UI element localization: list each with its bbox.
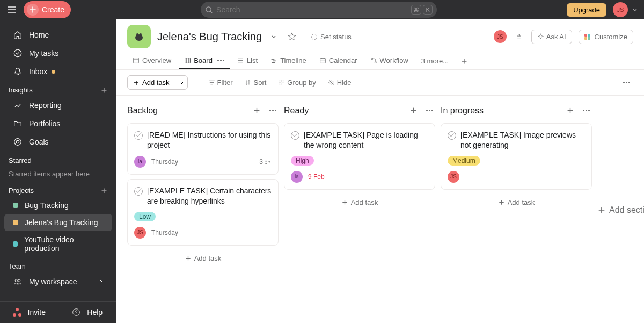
hide-button[interactable]: Hide: [325, 76, 355, 89]
filter-button[interactable]: Filter: [205, 76, 236, 89]
plus-icon: [27, 4, 39, 16]
column-more[interactable]: [581, 107, 592, 113]
search-input[interactable]: ⌘K: [201, 2, 437, 18]
bell-icon: [13, 67, 23, 76]
star-button[interactable]: [286, 30, 298, 43]
chevron-down-icon[interactable]: [632, 7, 638, 12]
add-task-inline[interactable]: Add task: [127, 250, 279, 267]
project-color-dot: [13, 220, 18, 225]
starred-empty: Starred items appear here: [0, 167, 116, 181]
tab-menu-icon[interactable]: [217, 60, 224, 61]
project-item[interactable]: YouTube video production: [4, 231, 112, 257]
nav-home[interactable]: Home: [4, 26, 112, 44]
task-title: [READ ME] Instructions for using this pr…: [147, 130, 272, 150]
upgrade-button[interactable]: Upgrade: [567, 3, 606, 17]
nav-goals[interactable]: Goals: [4, 133, 112, 151]
tab-workflow[interactable]: Workflow: [365, 53, 414, 69]
customize-button[interactable]: Customize: [579, 30, 633, 44]
priority-pill: Medium: [448, 156, 480, 166]
add-task-dropdown[interactable]: [175, 75, 188, 90]
assignee-avatar[interactable]: la: [134, 156, 146, 168]
assignee-avatar[interactable]: la: [291, 171, 303, 183]
tab-calendar[interactable]: Calendar: [314, 53, 363, 69]
help-button[interactable]: Help: [58, 302, 117, 323]
complete-checkbox[interactable]: [448, 131, 456, 140]
member-avatar[interactable]: JS: [494, 30, 507, 43]
project-item[interactable]: Jelena's Bug Tracking: [4, 214, 112, 231]
tab-list[interactable]: List: [232, 53, 263, 69]
tab-overview[interactable]: Overview: [127, 53, 177, 69]
task-card[interactable]: [EXAMPLE TASK] Image previews not genera…: [441, 123, 592, 190]
complete-checkbox[interactable]: [291, 131, 299, 140]
project-dropdown[interactable]: [268, 31, 279, 42]
project-item[interactable]: Bug Tracking: [4, 197, 112, 214]
column-add[interactable]: [564, 104, 576, 117]
nav-portfolios[interactable]: Portfolios: [4, 114, 112, 133]
column-more[interactable]: [267, 107, 279, 113]
tab-timeline[interactable]: Timeline: [265, 53, 312, 69]
assignee-avatar[interactable]: JS: [448, 171, 459, 183]
sort-button[interactable]: Sort: [241, 76, 269, 89]
plus-icon[interactable]: [100, 87, 108, 94]
column-add[interactable]: [407, 104, 420, 117]
ask-ai-button[interactable]: Ask AI: [531, 30, 572, 44]
invite-button[interactable]: Invite: [0, 302, 58, 323]
task-title: [EXAMPLE TASK] Certain characters are br…: [147, 186, 272, 206]
add-task-split-button[interactable]: Add task: [127, 75, 188, 90]
create-label: Create: [42, 5, 64, 14]
project-label: Bug Tracking: [25, 201, 69, 210]
plus-icon[interactable]: [100, 187, 108, 195]
task-card[interactable]: [EXAMPLE TASK] Page is loading the wrong…: [284, 123, 435, 190]
search-field[interactable]: [216, 5, 408, 14]
team-workspace[interactable]: My workspace: [4, 272, 112, 291]
project-color-dot: [13, 241, 18, 247]
task-card[interactable]: [EXAMPLE TASK] Certain characters are br…: [127, 179, 279, 246]
menu-icon[interactable]: [6, 4, 17, 15]
svg-point-1: [14, 49, 21, 57]
add-task-inline[interactable]: Add task: [284, 194, 435, 211]
chevron-right-icon: [98, 279, 104, 284]
add-section[interactable]: Add section: [597, 104, 644, 314]
assignee-avatar[interactable]: JS: [134, 227, 146, 239]
team-header[interactable]: Team: [0, 257, 116, 272]
group-button[interactable]: Group by: [275, 76, 319, 89]
check-circle-icon: [13, 48, 23, 58]
toolbar-more[interactable]: [620, 80, 633, 85]
privacy-icon[interactable]: [513, 31, 525, 42]
column-more[interactable]: [424, 107, 435, 113]
nav-label: My tasks: [29, 49, 58, 58]
complete-checkbox[interactable]: [134, 187, 143, 196]
folder-icon: [13, 119, 23, 128]
svg-rect-11: [134, 58, 139, 63]
tab-board[interactable]: Board: [179, 53, 230, 69]
column-title[interactable]: Ready: [284, 106, 403, 116]
svg-rect-20: [282, 80, 284, 82]
svg-rect-10: [517, 36, 521, 39]
nav-inbox[interactable]: Inbox: [4, 62, 112, 81]
task-date: Thursday: [151, 229, 178, 236]
column-add[interactable]: [251, 104, 263, 117]
tabs-more[interactable]: 3 more...: [416, 53, 454, 69]
set-status[interactable]: Set status: [311, 33, 352, 41]
user-avatar[interactable]: JS: [613, 2, 628, 17]
add-task-inline[interactable]: Add task: [441, 194, 592, 211]
home-icon: [13, 30, 23, 40]
nav-reporting[interactable]: Reporting: [4, 96, 112, 114]
nav-mytasks[interactable]: My tasks: [4, 44, 112, 62]
project-icon[interactable]: [127, 25, 151, 48]
chart-icon: [13, 101, 23, 110]
add-tab[interactable]: [456, 55, 472, 67]
project-label: YouTube video production: [24, 235, 104, 253]
priority-pill: Low: [134, 212, 156, 221]
projects-header[interactable]: Projects: [0, 181, 116, 197]
task-card[interactable]: [READ ME] Instructions for using this pr…: [127, 123, 279, 175]
column-title[interactable]: Backlog: [127, 106, 246, 116]
svg-point-2: [14, 139, 21, 146]
column-title[interactable]: In progress: [441, 106, 560, 116]
insights-header[interactable]: Insights: [0, 81, 116, 96]
create-button[interactable]: Create: [24, 1, 71, 18]
complete-checkbox[interactable]: [134, 131, 143, 140]
starred-header[interactable]: Starred: [0, 151, 116, 167]
add-task-button[interactable]: Add task: [127, 75, 175, 90]
svg-point-4: [15, 279, 18, 282]
